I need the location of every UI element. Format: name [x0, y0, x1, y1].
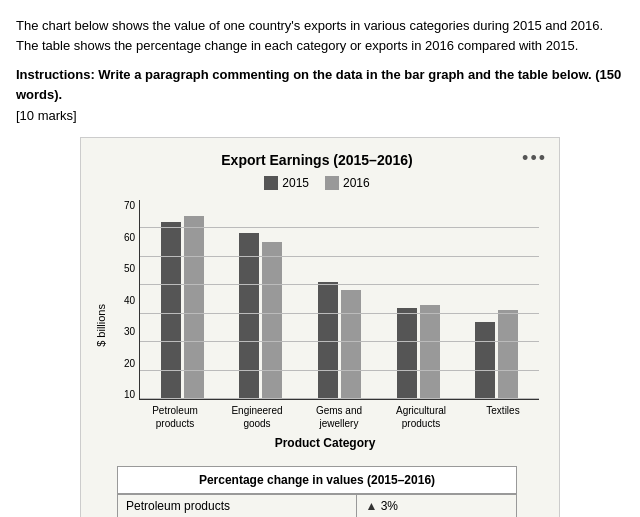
- grid-line-30: [140, 341, 539, 342]
- grid-line-50: [140, 284, 539, 285]
- bar-2015: [161, 222, 181, 399]
- chart-legend: 2015 2016: [95, 176, 539, 190]
- bar-2016: [498, 310, 518, 399]
- chart-inner: 70 60 50 40 30 20 10: [111, 200, 539, 450]
- legend-label-2015: 2015: [282, 176, 309, 190]
- legend-box-2016: [325, 176, 339, 190]
- legend-label-2016: 2016: [343, 176, 370, 190]
- bars-area: [139, 200, 539, 400]
- legend-2015: 2015: [264, 176, 309, 190]
- bar-2016: [420, 305, 440, 399]
- y-tick-10: 10: [124, 389, 135, 400]
- grid-line-40: [140, 313, 539, 314]
- y-tick-30: 30: [124, 326, 135, 337]
- description-text: The chart below shows the value of one c…: [16, 16, 624, 55]
- y-tick-50: 50: [124, 263, 135, 274]
- bar-group: [462, 310, 531, 399]
- table-value: ▲ 3%: [357, 495, 517, 518]
- x-axis-title: Product Category: [111, 436, 539, 450]
- y-tick-20: 20: [124, 358, 135, 369]
- grid-line-60: [140, 256, 539, 257]
- bar-group: [227, 233, 296, 399]
- bar-2016: [262, 242, 282, 399]
- y-axis-label: $ billions: [95, 304, 107, 347]
- bar-2015: [239, 233, 259, 399]
- x-label: Agriculturalproducts: [385, 404, 457, 430]
- x-labels-row: PetroleumproductsEngineeredgoodsGems and…: [111, 400, 539, 430]
- chart-area: $ billions 70 60 50 40 30 20 10: [95, 200, 539, 450]
- bar-2016: [341, 290, 361, 399]
- x-label: Gems andjewellery: [303, 404, 375, 430]
- y-axis: 70 60 50 40 30 20 10: [111, 200, 139, 400]
- y-tick-70: 70: [124, 200, 135, 211]
- bar-group: [384, 305, 453, 399]
- table-section: Percentage change in values (2015–2016) …: [117, 466, 517, 517]
- bar-2015: [475, 322, 495, 399]
- grid-line-20: [140, 370, 539, 371]
- x-label: Textiles: [467, 404, 539, 430]
- chart-container: ••• Export Earnings (2015–2016) 2015 201…: [80, 137, 560, 517]
- chart-with-yaxis: 70 60 50 40 30 20 10: [111, 200, 539, 400]
- marks-text: [10 marks]: [16, 108, 624, 123]
- y-tick-60: 60: [124, 232, 135, 243]
- bar-2016: [184, 216, 204, 399]
- percentage-value: 3%: [381, 499, 398, 513]
- more-options-button[interactable]: •••: [522, 148, 547, 169]
- table-category: Petroleum products: [118, 495, 357, 518]
- chart-title: Export Earnings (2015–2016): [95, 152, 539, 168]
- grid-line-70: [140, 227, 539, 228]
- x-label: Petroleumproducts: [139, 404, 211, 430]
- bar-2015: [397, 308, 417, 399]
- grid-line-10: [140, 398, 539, 399]
- legend-box-2015: [264, 176, 278, 190]
- table-row: Petroleum products▲ 3%: [118, 495, 517, 518]
- x-label: Engineeredgoods: [221, 404, 293, 430]
- percentage-table: Petroleum products▲ 3%Engineered goods▲ …: [117, 494, 517, 517]
- instructions-text: Instructions: Write a paragraph commenti…: [16, 65, 624, 104]
- y-tick-40: 40: [124, 295, 135, 306]
- bar-group: [148, 216, 217, 399]
- table-title: Percentage change in values (2015–2016): [117, 466, 517, 494]
- arrow-up-icon: ▲: [365, 499, 377, 513]
- legend-2016: 2016: [325, 176, 370, 190]
